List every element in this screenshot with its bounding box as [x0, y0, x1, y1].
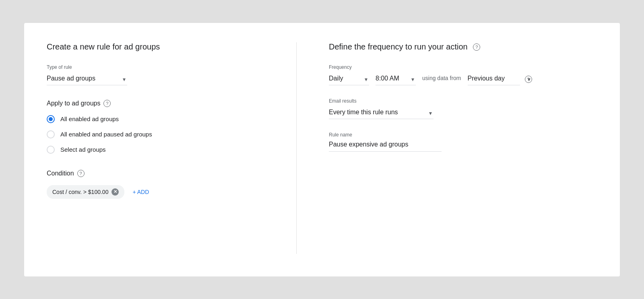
condition-help-icon[interactable]: ?: [77, 170, 85, 177]
prev-day-wrapper: Previous day ▾ ?: [468, 73, 532, 85]
radio-group: All enabled ad groups All enabled and pa…: [47, 115, 256, 154]
radio-circle-all-enabled-paused: [47, 130, 55, 138]
page-right-title: Define the frequency to run your action …: [329, 42, 597, 52]
chip-close-button[interactable]: ✕: [111, 188, 119, 196]
left-panel: Create a new rule for ad groups Type of …: [47, 42, 280, 254]
previous-day-select[interactable]: Previous day: [468, 73, 520, 85]
condition-chips: Cost / conv. > $100.00 ✕ + ADD: [47, 185, 256, 199]
chip-text: Cost / conv. > $100.00: [52, 189, 108, 195]
radio-all-enabled[interactable]: All enabled ad groups: [47, 115, 256, 123]
condition-title: Condition ?: [47, 170, 256, 177]
add-condition-button[interactable]: + ADD: [129, 187, 152, 197]
frequency-select[interactable]: Daily: [329, 73, 369, 85]
email-results-section: Email results Every time this rule runs …: [329, 98, 597, 119]
radio-dot-all-enabled: [49, 117, 53, 121]
using-data-from-label: using data from: [422, 75, 461, 85]
radio-select-ad-groups[interactable]: Select ad groups: [47, 146, 256, 154]
frequency-title-help-icon[interactable]: ?: [473, 43, 480, 51]
radio-circle-select: [47, 146, 55, 154]
rule-name-section: Rule name Pause expensive ad groups: [329, 132, 597, 152]
right-panel: Define the frequency to run your action …: [313, 42, 597, 254]
email-results-wrapper: Every time this rule runs ▾: [329, 107, 433, 119]
type-of-rule-select[interactable]: Pause ad groups: [47, 73, 127, 85]
email-results-select[interactable]: Every time this rule runs: [329, 107, 433, 119]
frequency-select-wrapper: Daily ▾: [329, 73, 369, 85]
radio-label-all-enabled: All enabled ad groups: [60, 115, 119, 122]
page-left-title: Create a new rule for ad groups: [47, 42, 256, 52]
frequency-section: Frequency Daily ▾ 8:00 AM ▾ using data f…: [329, 64, 597, 85]
email-results-label: Email results: [329, 98, 597, 104]
time-select[interactable]: 8:00 AM: [376, 73, 416, 85]
apply-to-ad-groups-section: Apply to ad groups ? All enabled ad grou…: [47, 100, 256, 154]
vertical-divider: [296, 42, 297, 254]
frequency-row: Daily ▾ 8:00 AM ▾ using data from Previo…: [329, 73, 597, 85]
rule-name-value: Pause expensive ad groups: [329, 141, 442, 152]
radio-circle-all-enabled: [47, 115, 55, 123]
condition-section: Condition ? Cost / conv. > $100.00 ✕ + A…: [47, 170, 256, 199]
type-of-rule-section: Type of rule Pause ad groups ▾: [47, 64, 256, 85]
type-of-rule-label: Type of rule: [47, 64, 256, 70]
apply-to-help-icon[interactable]: ?: [103, 100, 111, 107]
time-select-wrapper: 8:00 AM ▾: [376, 73, 416, 85]
main-card: Create a new rule for ad groups Type of …: [24, 23, 620, 276]
type-of-rule-wrapper: Pause ad groups ▾: [47, 73, 127, 85]
radio-all-enabled-paused[interactable]: All enabled and paused ad groups: [47, 130, 256, 138]
frequency-label: Frequency: [329, 64, 597, 70]
radio-label-select: Select ad groups: [60, 146, 106, 153]
apply-to-label: Apply to ad groups ?: [47, 100, 256, 107]
prev-day-help-icon[interactable]: ?: [525, 76, 532, 83]
condition-chip: Cost / conv. > $100.00 ✕: [47, 185, 124, 199]
rule-name-label: Rule name: [329, 132, 597, 138]
radio-label-all-enabled-paused: All enabled and paused ad groups: [60, 131, 152, 138]
